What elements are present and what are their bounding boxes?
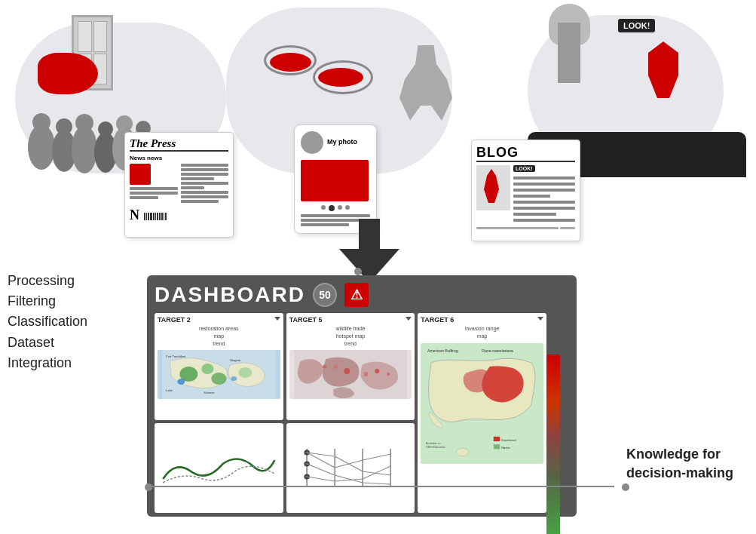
svg-text:Fort Tremblant: Fort Tremblant — [166, 354, 186, 358]
svg-rect-55 — [494, 444, 500, 449]
photo-avatar — [301, 131, 323, 154]
svg-text:Native: Native — [501, 446, 510, 450]
dashboard-title: DASHBOARD — [155, 283, 305, 307]
label-integration: Integration — [8, 354, 87, 373]
svg-text:Rana catesbeiana: Rana catesbeiana — [482, 348, 514, 353]
svg-point-4 — [72, 125, 97, 173]
dashboard-cell-target2: TARGET 2 restoration areasmaptrend — [155, 313, 283, 420]
cage-2 — [313, 60, 373, 94]
illustration-area: LOOK! The Press News news — [0, 0, 756, 272]
target5-map — [289, 350, 412, 399]
dashboard: DASHBOARD 50 ⚠ TARGET 2 restoration area… — [147, 275, 577, 517]
connector-dot-top — [354, 268, 362, 275]
svg-point-3 — [56, 118, 72, 135]
target6-dropdown[interactable] — [537, 317, 543, 323]
svg-point-25 — [333, 364, 338, 369]
target5-label: TARGET 5 — [289, 316, 323, 324]
newspaper-logo: N — [130, 207, 139, 223]
connector-dot-right — [622, 483, 629, 491]
newspaper-barcode — [144, 213, 167, 220]
svg-point-26 — [375, 369, 379, 373]
blog-look-bubble: LOOK! — [513, 165, 535, 172]
label-dataset: Dataset — [8, 333, 87, 352]
svg-point-27 — [363, 372, 368, 376]
target6-subtitle: invasion rangemap — [421, 325, 543, 340]
connector-dot-left — [145, 483, 152, 491]
svg-point-24 — [344, 368, 350, 374]
target6-label: TARGET 6 — [421, 316, 454, 324]
newspaper-title: The Press — [130, 137, 228, 152]
svg-text:Science: Science — [204, 391, 215, 394]
look-bubble-top: LOOK! — [618, 19, 655, 32]
newspaper-red-img — [130, 164, 151, 185]
dashboard-cell-target5: TARGET 5 wildlife tradehotspot maptrend — [286, 313, 415, 420]
blog-title: BLOG — [476, 145, 575, 162]
svg-point-9 — [116, 115, 133, 132]
rhino-shape — [38, 53, 98, 94]
label-classification: Classification — [8, 312, 87, 331]
svg-point-1 — [32, 113, 51, 131]
cage-1 — [264, 45, 317, 75]
photo-label: My photo — [327, 138, 357, 146]
dashboard-header: DASHBOARD 50 ⚠ — [155, 283, 569, 307]
svg-line-42 — [335, 456, 363, 471]
svg-point-50 — [457, 448, 470, 456]
svg-text:Niagara: Niagara — [230, 358, 241, 362]
svg-line-48 — [363, 466, 390, 479]
svg-text:Introduced: Introduced — [501, 438, 516, 442]
svg-text:Available on: Available on — [426, 442, 441, 445]
status-color-bar — [546, 354, 560, 534]
target5-trend — [286, 423, 415, 513]
blog-red-figure — [484, 169, 499, 203]
svg-point-29 — [387, 373, 390, 376]
label-filtering: Filtering — [8, 292, 87, 311]
photo-image — [301, 160, 369, 201]
svg-text:American Bullfrog: American Bullfrog — [427, 348, 458, 353]
right-label-line2: decision-making — [626, 464, 733, 483]
photo-dots — [301, 205, 370, 211]
target6-map: American Bullfrog Rana catesbeiana Intro… — [421, 343, 543, 464]
target2-trend — [155, 423, 283, 513]
blog-card: BLOG LOOK! — [471, 140, 580, 241]
dashboard-badge: 50 — [313, 283, 337, 307]
svg-text:Lake: Lake — [166, 388, 173, 392]
svg-point-18 — [231, 376, 237, 381]
right-label-line1: Knowledge for — [626, 445, 733, 464]
tree-trunk — [558, 23, 580, 83]
svg-point-16 — [238, 367, 252, 378]
dashboard-cell-target6: TARGET 6 invasion rangemap — [418, 313, 546, 513]
blog-image — [476, 165, 510, 210]
svg-point-7 — [98, 121, 113, 137]
svg-text:GBIF/iNaturalist: GBIF/iNaturalist — [426, 446, 445, 449]
left-labels: Processing Filtering Classification Data… — [8, 272, 87, 373]
target5-subtitle: wildlife tradehotspot maptrend — [289, 325, 412, 347]
svg-line-45 — [363, 454, 390, 460]
svg-rect-53 — [494, 436, 500, 440]
target5-dropdown[interactable] — [406, 317, 412, 323]
svg-point-15 — [211, 373, 226, 385]
svg-point-28 — [322, 365, 326, 369]
svg-point-17 — [177, 379, 185, 385]
target2-subtitle: restoration areasmaptrend — [158, 325, 280, 347]
photo-card: My photo — [294, 124, 377, 234]
newspaper-headline: News news — [130, 155, 228, 161]
target2-label: TARGET 2 — [158, 316, 191, 324]
target2-map: Fort Tremblant Lake Science Niagara — [158, 350, 280, 399]
svg-line-47 — [363, 483, 390, 484]
dashboard-alert-icon: ⚠ — [344, 283, 369, 307]
bottom-connector-line — [147, 486, 614, 487]
svg-line-40 — [307, 477, 335, 481]
svg-line-46 — [363, 471, 390, 475]
label-processing: Processing — [8, 272, 87, 290]
arrow-down — [339, 219, 399, 283]
svg-point-14 — [201, 364, 213, 374]
svg-point-5 — [75, 114, 93, 132]
right-labels: Knowledge for decision-making — [626, 445, 733, 483]
target2-dropdown[interactable] — [274, 317, 280, 323]
newspaper-card: The Press News news N — [124, 132, 234, 238]
